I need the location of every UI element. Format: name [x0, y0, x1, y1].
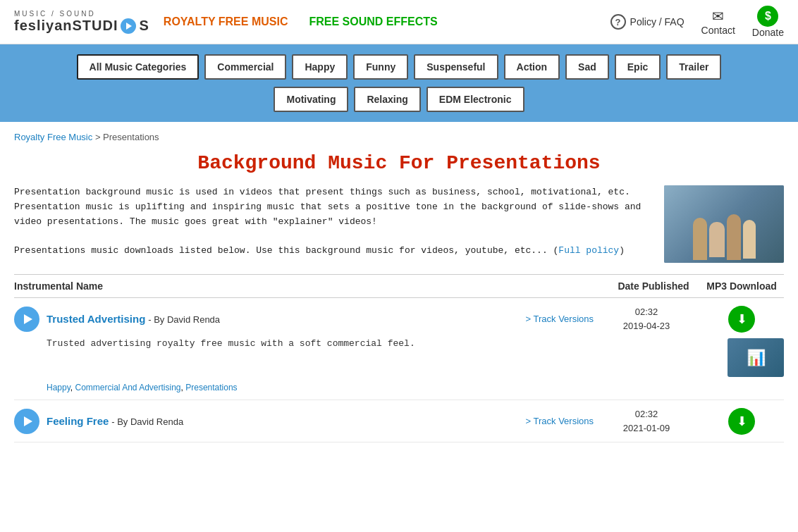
music-row-top: Feeling Free - By David Renda > Track Ve… [14, 407, 784, 435]
full-policy-link[interactable]: Full policy [558, 245, 619, 256]
category-btn[interactable]: Trailer [666, 54, 721, 80]
category-btn[interactable]: Epic [615, 54, 661, 80]
track-thumbnail: 📊 [728, 338, 784, 377]
page-title: Background Music For Presentations [0, 147, 798, 185]
desc-text-2: Presentations music downloads listed bel… [14, 245, 558, 256]
help-icon: ? [610, 14, 626, 30]
nav-right: ? Policy / FAQ ✉ Contact $ Donate [610, 6, 784, 38]
category-bar: All Music CategoriesCommercialHappyFunny… [0, 44, 798, 122]
category-btn[interactable]: Commercial [204, 54, 286, 80]
music-row-desc: Trusted advertising royalty free music w… [14, 333, 784, 380]
desc-img-people [664, 185, 784, 263]
breadcrumb-parent[interactable]: Royalty Free Music [14, 132, 92, 142]
play-button[interactable] [14, 409, 39, 434]
breadcrumb-area: Royalty Free Music > Presentations [0, 122, 798, 147]
category-btn[interactable]: EDM Electronic [426, 87, 524, 112]
download-button-area: ⬇ [699, 306, 784, 333]
category-btn[interactable]: Happy [292, 54, 348, 80]
music-row-top: Trusted Advertising - By David Renda > T… [14, 305, 784, 333]
music-table: Instrumental Name Date Published MP3 Dow… [0, 274, 798, 443]
breadcrumb-separator: > [95, 132, 103, 142]
envelope-icon: ✉ [712, 8, 724, 25]
category-btn[interactable]: Suspenseful [414, 54, 498, 80]
track-date: 02:32 2019-04-23 [601, 305, 692, 333]
track-artist: - By David Renda [148, 314, 220, 325]
track-versions-link[interactable]: > Track Versions [526, 416, 594, 426]
category-row-1: All Music CategoriesCommercialHappyFunny… [77, 54, 722, 80]
track-title: Trusted Advertising [47, 313, 145, 325]
contact-label: Contact [701, 25, 735, 36]
logo-text: fesliyanSTUDI [14, 18, 118, 34]
nav-contact[interactable]: ✉ Contact [701, 8, 735, 36]
category-btn[interactable]: Sad [565, 54, 609, 80]
nav-policy-faq[interactable]: ? Policy / FAQ [610, 14, 685, 30]
play-button[interactable] [14, 307, 39, 332]
track-info: Feeling Free - By David Renda [47, 415, 510, 427]
breadcrumb-current: Presentations [103, 132, 159, 142]
desc-img-placeholder [664, 185, 784, 263]
desc-paragraph-1: Presentation background music is used in… [14, 185, 653, 229]
category-btn[interactable]: Relaxing [354, 87, 420, 112]
tag-happy[interactable]: Happy [47, 383, 70, 392]
track-info: Trusted Advertising - By David Renda [47, 313, 510, 325]
thumb-placeholder: 📊 [728, 338, 784, 377]
donate-icon: $ [757, 6, 778, 27]
table-row: Feeling Free - By David Renda > Track Ve… [14, 400, 784, 443]
logo-text-end: S [139, 18, 149, 34]
logo-play-icon [121, 18, 136, 34]
track-title: Feeling Free [47, 415, 109, 427]
category-btn[interactable]: All Music Categories [77, 54, 200, 80]
thumb-icon: 📊 [747, 349, 766, 367]
logo-subtitle: MUSIC / SOUND [14, 10, 96, 18]
track-publish-date: 2021-01-09 [601, 421, 692, 435]
track-versions-link[interactable]: > Track Versions [526, 314, 594, 324]
col-header-name: Instrumental Name [14, 280, 608, 292]
track-duration: 02:32 [601, 305, 692, 319]
download-button-area: ⬇ [699, 408, 784, 435]
header: MUSIC / SOUND fesliyanSTUDI S ROYALTY FR… [0, 0, 798, 44]
category-btn[interactable]: Action [504, 54, 560, 80]
breadcrumb: Royalty Free Music > Presentations [14, 132, 784, 142]
download-icon[interactable]: ⬇ [728, 408, 755, 435]
track-duration: 02:32 [601, 407, 692, 421]
track-publish-date: 2019-04-23 [601, 319, 692, 333]
tag-presentations[interactable]: Presentations [185, 383, 237, 392]
logo-area: MUSIC / SOUND fesliyanSTUDI S [14, 10, 149, 34]
desc-paragraph-2: Presentations music downloads listed bel… [14, 244, 653, 259]
tag-commercial[interactable]: Commercial And Advertising [75, 383, 180, 392]
donate-label: Donate [752, 27, 784, 38]
col-header-date: Date Published [608, 280, 699, 292]
desc-text-2-end: ) [619, 245, 625, 256]
table-row: Trusted Advertising - By David Renda > T… [14, 298, 784, 400]
nav-donate[interactable]: $ Donate [752, 6, 784, 38]
category-btn[interactable]: Motivating [274, 87, 348, 112]
track-date: 02:32 2021-01-09 [601, 407, 692, 435]
track-artist: - By David Renda [111, 416, 183, 427]
nav-free-sound-effects[interactable]: FREE SOUND EFFECTS [309, 15, 437, 30]
description-image [664, 185, 784, 263]
logo-name[interactable]: fesliyanSTUDI S [14, 18, 149, 34]
table-header: Instrumental Name Date Published MP3 Dow… [14, 274, 784, 298]
col-header-download: MP3 Download [699, 280, 784, 292]
nav-royalty-free-music[interactable]: ROYALTY FREE MUSIC [164, 15, 288, 30]
category-btn[interactable]: Funny [353, 54, 408, 80]
description-area: Presentation background music is used in… [0, 185, 798, 274]
policy-label: Policy / FAQ [630, 16, 685, 27]
download-icon[interactable]: ⬇ [728, 306, 755, 333]
track-description: Trusted advertising royalty free music w… [47, 338, 716, 377]
track-tags: Happy, Commercial And Advertising, Prese… [14, 380, 784, 392]
description-text: Presentation background music is used in… [14, 185, 653, 263]
nav-links: ROYALTY FREE MUSIC FREE SOUND EFFECTS [164, 15, 596, 30]
category-row-2: MotivatingRelaxingEDM Electronic [274, 87, 524, 112]
